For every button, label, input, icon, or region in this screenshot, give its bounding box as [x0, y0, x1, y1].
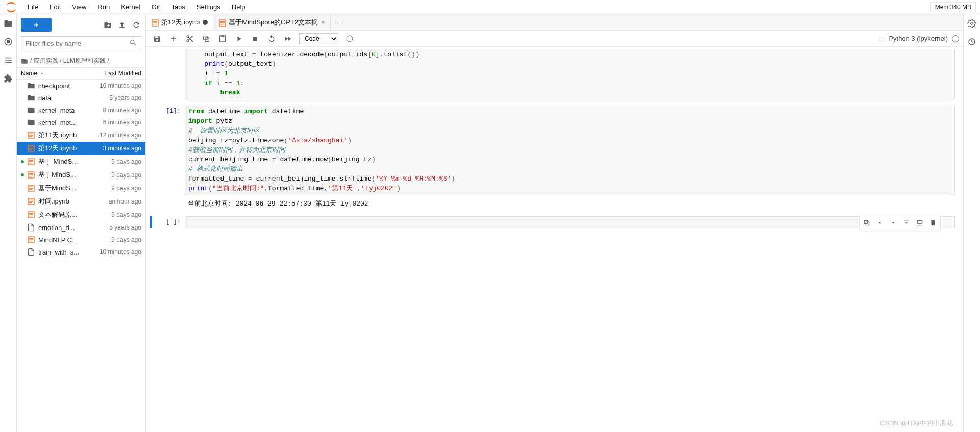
main-menu: FileEditViewRunKernelGitTabsSettingsHelp: [22, 1, 251, 13]
txt-icon: [27, 223, 35, 232]
svg-rect-19: [29, 187, 33, 187]
menu-kernel[interactable]: Kernel: [116, 1, 145, 13]
debugger-icon[interactable]: [967, 37, 977, 47]
unsaved-icon: [203, 20, 208, 25]
menu-help[interactable]: Help: [227, 1, 251, 13]
file-name: emotion_d...: [38, 224, 106, 232]
save-icon[interactable]: [150, 33, 164, 45]
move-down-icon[interactable]: [887, 217, 899, 228]
new-launcher-button[interactable]: [21, 18, 52, 32]
menu-settings[interactable]: Settings: [191, 1, 226, 13]
copy-icon[interactable]: [199, 33, 213, 45]
delete-icon[interactable]: [927, 217, 939, 228]
file-modified: an hour ago: [109, 198, 141, 205]
file-name: MindNLP C...: [38, 236, 108, 244]
file-modified: 9 days ago: [111, 236, 141, 243]
col-modified[interactable]: Last Modified: [105, 70, 141, 77]
running-icon[interactable]: [3, 37, 13, 47]
output-cell: 当前北京时间: 2024-06-29 22:57:30 第11天 lyj0202: [150, 198, 955, 210]
kernel-name[interactable]: Python 3 (ipykernel): [889, 35, 948, 42]
add-tab-button[interactable]: +: [331, 14, 346, 30]
file-row[interactable]: 第12天.ipynb3 minutes ago: [17, 142, 145, 155]
move-up-icon[interactable]: [874, 217, 886, 228]
code-cell[interactable]: [1]: from datetime import datetimeimport…: [150, 106, 955, 195]
breadcrumb[interactable]: / 应用实践 / LLM原理和实践 /: [17, 55, 145, 67]
notebook-area[interactable]: output_text = tokenizer.decode(output_id…: [146, 47, 963, 432]
tab[interactable]: 第12天.ipynb: [146, 14, 213, 30]
file-row[interactable]: train_with_s...10 minutes ago: [17, 246, 145, 258]
nb-icon: [27, 131, 35, 139]
nb-icon: [27, 158, 35, 166]
menu-tabs[interactable]: Tabs: [166, 1, 190, 13]
extension-icon[interactable]: [3, 73, 13, 84]
svg-rect-1: [7, 41, 10, 43]
file-modified: 6 minutes ago: [103, 119, 141, 126]
close-icon[interactable]: ×: [321, 18, 325, 26]
duplicate-icon[interactable]: [861, 217, 873, 228]
kernel-busy-icon: ◌: [879, 35, 885, 42]
cell-type-select[interactable]: Code: [299, 33, 338, 44]
folder-icon[interactable]: [3, 18, 13, 29]
file-modified: 5 years ago: [109, 94, 141, 101]
run-icon[interactable]: [232, 33, 246, 45]
filter-input[interactable]: [21, 36, 141, 50]
file-row[interactable]: kernel_met...6 minutes ago: [17, 116, 145, 129]
file-row[interactable]: emotion_d...5 years ago: [17, 221, 145, 234]
refresh-icon[interactable]: [131, 20, 141, 30]
menu-git[interactable]: Git: [146, 1, 165, 13]
paste-icon[interactable]: [215, 33, 230, 45]
search-icon: [129, 39, 137, 48]
file-row[interactable]: kernel_meta8 minutes ago: [17, 104, 145, 116]
menu-run[interactable]: Run: [92, 1, 115, 13]
insert-above-icon[interactable]: [900, 217, 913, 228]
code-cell-partial[interactable]: output_text = tokenizer.decode(output_id…: [150, 49, 955, 99]
svg-rect-17: [29, 176, 32, 176]
kernel-status-icon[interactable]: [342, 33, 357, 45]
col-name[interactable]: Name: [21, 70, 105, 77]
file-name: data: [38, 94, 106, 102]
kernel-indicator-icon[interactable]: [952, 35, 959, 42]
main-content: 第12天.ipynb基于MindSpore的GPT2文本摘×+ Code ◌ P…: [146, 14, 963, 432]
file-row[interactable]: 文本解码原...9 days ago: [17, 208, 145, 221]
insert-below-icon[interactable]: [914, 217, 926, 228]
cell-prompt: [1]:: [152, 106, 185, 195]
svg-rect-3: [29, 134, 33, 134]
file-row[interactable]: MindNLP C...9 days ago: [17, 234, 145, 246]
property-inspector-icon[interactable]: [967, 18, 977, 29]
file-row[interactable]: 第11天.ipynb12 minutes ago: [17, 129, 145, 142]
svg-rect-29: [29, 216, 32, 216]
cut-icon[interactable]: [183, 33, 197, 45]
upload-icon[interactable]: [117, 20, 127, 30]
svg-rect-36: [153, 22, 157, 23]
file-modified: 9 days ago: [111, 211, 141, 218]
add-cell-icon[interactable]: [166, 33, 181, 45]
toc-icon[interactable]: [3, 55, 13, 65]
tab[interactable]: 基于MindSpore的GPT2文本摘×: [213, 14, 330, 30]
stop-icon[interactable]: [248, 33, 262, 45]
svg-rect-5: [29, 136, 32, 137]
restart-run-icon[interactable]: [281, 33, 295, 45]
running-dot-icon: [21, 173, 24, 176]
notebook-toolbar: Code ◌ Python 3 (ipykernel): [146, 31, 963, 47]
tab-label: 第12天.ipynb: [161, 18, 200, 27]
file-row[interactable]: 基于MindS...9 days ago: [17, 168, 145, 182]
file-row[interactable]: 基于MindS...9 days ago: [17, 182, 145, 195]
file-row[interactable]: 时间.ipynban hour ago: [17, 195, 145, 208]
notebook-icon: [218, 19, 226, 26]
svg-rect-12: [29, 161, 33, 162]
menu-edit[interactable]: Edit: [44, 1, 66, 13]
new-folder-icon[interactable]: [103, 20, 113, 30]
cell-prompt: [152, 49, 185, 99]
restart-icon[interactable]: [264, 33, 279, 45]
menu-file[interactable]: File: [22, 1, 43, 13]
cell-toolbar: [859, 216, 941, 230]
cell-prompt: [ ]:: [152, 216, 185, 228]
file-row[interactable]: checkpoint16 minutes ago: [17, 80, 145, 92]
file-row[interactable]: 基于 MindS...9 days ago: [17, 155, 145, 168]
file-modified: 8 minutes ago: [103, 107, 141, 114]
svg-rect-41: [220, 24, 223, 24]
svg-rect-32: [29, 239, 33, 240]
file-row[interactable]: data5 years ago: [17, 92, 145, 104]
empty-code-cell[interactable]: [ ]:: [150, 216, 955, 228]
menu-view[interactable]: View: [67, 1, 91, 13]
